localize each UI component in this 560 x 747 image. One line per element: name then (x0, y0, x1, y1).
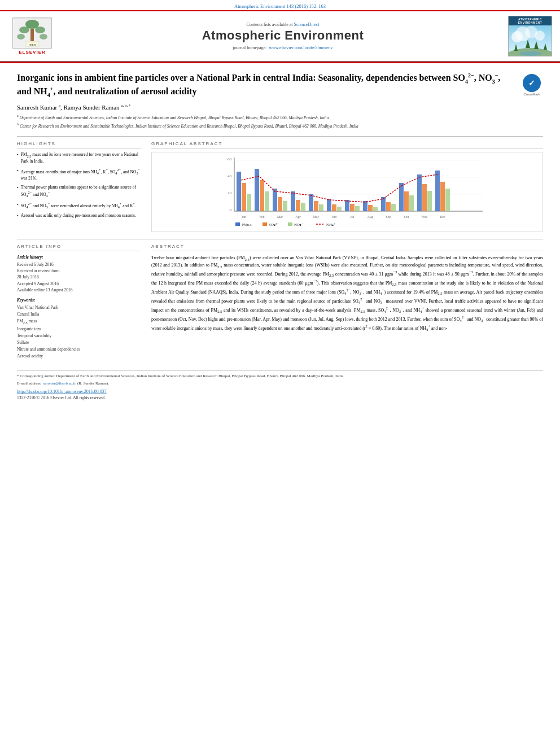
journal-center-block: Contents lists available at ScienceDirec… (63, 22, 502, 50)
svg-rect-41 (301, 203, 305, 211)
journal-header: IISER ELSEVIER Contents lists available … (0, 10, 560, 62)
article-title-text: Inorganic ions in ambient fine particles… (17, 72, 515, 99)
highlights-graphical-row: HIGHLIGHTS PM2.5 mass and its ions were … (17, 141, 543, 232)
affiliations: a Department of Earth and Environmental … (17, 113, 543, 129)
doi-link[interactable]: http://dx.doi.org/10.1016/j.atmosenv.201… (17, 389, 543, 394)
svg-rect-39 (291, 191, 295, 211)
svg-rect-56 (391, 204, 396, 211)
highlights-list: PM2.5 mass and its ions were measured fo… (17, 152, 141, 219)
svg-rect-78 (235, 222, 240, 226)
keyword-8: Aerosol acidity (17, 353, 141, 360)
separator-2 (17, 239, 543, 239)
svg-rect-32 (247, 194, 251, 211)
info-abstract-row: ARTICLE INFO Article history: Received 6… (17, 244, 543, 364)
svg-rect-43 (314, 201, 318, 211)
article-info-heading: ARTICLE INFO (17, 244, 141, 251)
keyword-2: Central India (17, 311, 141, 318)
highlights-heading: HIGHLIGHTS (17, 141, 141, 148)
received-revised-label: Received in revised form (17, 268, 141, 274)
homepage-link[interactable]: www.elsevier.com/locate/atmosenv (269, 45, 333, 50)
abstract-text: Twelve hour integrated ambient fine part… (151, 255, 543, 333)
svg-rect-6 (30, 29, 34, 41)
article-title-section: Inorganic ions in ambient fine particles… (17, 72, 543, 99)
keyword-5: Temporal variability (17, 333, 141, 339)
svg-text:Aug: Aug (368, 215, 373, 219)
svg-rect-63 (435, 171, 440, 211)
svg-text:20: 20 (228, 191, 232, 195)
accepted-date: Accepted 9 August 2016 (17, 281, 141, 287)
svg-text:60: 60 (228, 157, 232, 161)
svg-rect-30 (237, 172, 241, 211)
svg-rect-38 (283, 201, 287, 211)
svg-text:40: 40 (228, 174, 232, 178)
journal-title: Atmospheric Environment (63, 28, 502, 43)
abstract-heading: ABSTRACT (151, 244, 543, 251)
svg-text:PM₂.₅: PM₂.₅ (242, 222, 252, 227)
svg-text:Mar: Mar (277, 215, 283, 219)
svg-point-5 (40, 34, 47, 40)
svg-rect-48 (345, 200, 349, 211)
author-email-link[interactable]: ramyasr@iiserb.ac.in (43, 381, 77, 386)
journal-reference: Atmospheric Environment 143 (2016) 152–1… (0, 0, 560, 10)
svg-rect-47 (337, 207, 342, 211)
svg-rect-44 (319, 204, 323, 211)
svg-rect-37 (278, 197, 282, 211)
elsevier-text: ELSEVIER (19, 50, 46, 55)
corresponding-author-note: * Corresponding author. Department of Ea… (17, 374, 543, 379)
article-info-column: ARTICLE INFO Article history: Received 6… (17, 244, 141, 364)
svg-point-4 (17, 34, 25, 40)
svg-text:Jun: Jun (332, 215, 336, 219)
crossmark-badge[interactable]: ✓ CrossMark (520, 74, 543, 96)
svg-rect-46 (332, 204, 336, 211)
svg-text:Nov: Nov (422, 215, 427, 219)
elsevier-tree-icon: IISER (12, 18, 52, 49)
cover-body-image (509, 25, 552, 56)
sciencedirect-text: Contents lists available at ScienceDirec… (63, 22, 502, 27)
sciencedirect-link[interactable]: ScienceDirect (294, 22, 320, 27)
svg-rect-53 (373, 207, 378, 211)
revised-date: 28 July 2016 (17, 274, 141, 280)
elsevier-logo-area: IISER ELSEVIER (7, 18, 58, 55)
svg-rect-49 (350, 204, 355, 211)
abstract-column: ABSTRACT Twelve hour integrated ambient … (151, 244, 543, 364)
svg-rect-62 (427, 191, 432, 211)
svg-rect-50 (355, 206, 360, 211)
copyright-notice: 1352-2310/© 2016 Elsevier Ltd. All right… (17, 395, 543, 400)
svg-rect-40 (296, 200, 300, 211)
svg-rect-82 (288, 222, 292, 226)
svg-text:Jul: Jul (350, 215, 354, 219)
svg-text:Jan: Jan (242, 215, 246, 219)
svg-rect-35 (265, 191, 269, 211)
svg-rect-55 (386, 202, 391, 211)
svg-rect-58 (404, 191, 409, 211)
highlights-column: HIGHLIGHTS PM2.5 mass and its ions were … (17, 141, 141, 232)
svg-rect-33 (255, 169, 259, 211)
svg-point-19 (519, 51, 542, 56)
authors: Samresh Kumar a, Ramya Sunder Raman a, b… (17, 103, 543, 111)
svg-text:Dec: Dec (440, 215, 445, 219)
keyword-3: PM2.5 mass (17, 318, 141, 326)
separator-1 (17, 136, 543, 137)
keyword-1: Van Vihar National Park (17, 304, 141, 311)
crossmark-icon: ✓ (523, 74, 541, 92)
svg-rect-60 (417, 174, 422, 211)
svg-rect-42 (309, 194, 313, 211)
svg-rect-64 (440, 182, 445, 211)
svg-text:IISER: IISER (29, 43, 36, 46)
keywords-label: Keywords: (17, 298, 141, 303)
footer-notes: * Corresponding author. Department of Ea… (17, 370, 543, 401)
svg-rect-80 (262, 222, 267, 226)
received-date: Received 6 July 2016 (17, 261, 141, 268)
svg-text:NH₄⁺: NH₄⁺ (326, 222, 336, 227)
email-note: E-mail address: ramyasr@iiserb.ac.in (R.… (17, 381, 543, 387)
svg-text:Oct: Oct (404, 215, 409, 219)
highlight-item-4: SO42− and NO3− were neutralized almost e… (17, 202, 141, 210)
svg-rect-65 (445, 189, 450, 211)
cover-title: ATMOSPHERICENVIRONMENT (509, 16, 552, 25)
graphical-abstract-figure: 0 20 40 60 (151, 152, 543, 232)
svg-text:NO₃⁻: NO₃⁻ (294, 222, 304, 227)
keywords-section: Keywords: Van Vihar National Park Centra… (17, 298, 141, 360)
crossmark-label: CrossMark (523, 93, 540, 96)
graphical-abstract-column: GRAPHICAL ABSTRACT 0 20 40 60 (151, 141, 543, 232)
keyword-4: Inorganic ions (17, 326, 141, 333)
